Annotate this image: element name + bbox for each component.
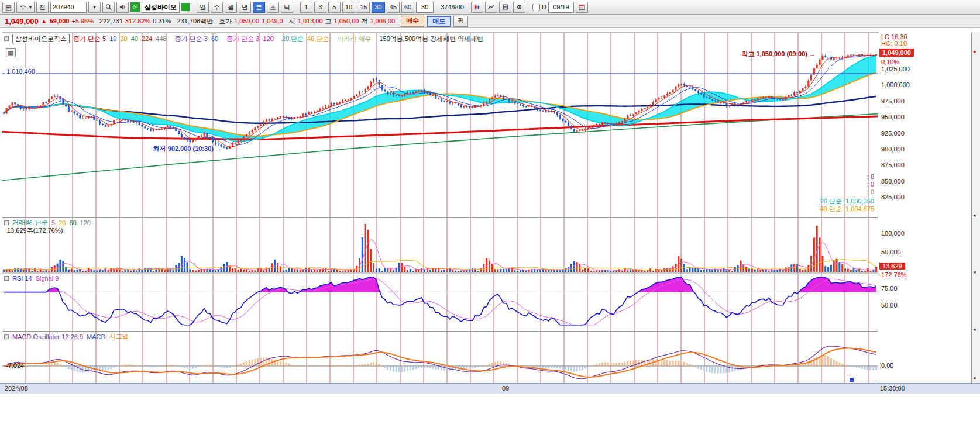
current-price-pct: 0,10% bbox=[881, 58, 899, 65]
d-checkbox[interactable] bbox=[532, 4, 540, 11]
pane-resize-icon[interactable]: ◂ bbox=[973, 269, 976, 275]
price-axis-label: 900,000 bbox=[881, 146, 905, 153]
period-second-button[interactable]: 초 bbox=[267, 2, 279, 13]
pane-handle-icon[interactable] bbox=[4, 276, 9, 281]
ask-price: 1,050,00 bbox=[234, 18, 259, 25]
period-minute-button[interactable]: 분 bbox=[253, 2, 265, 13]
chart-scrollbar[interactable]: ◂ ◂ ◂ ◂ ◂ bbox=[971, 32, 980, 383]
save-icon[interactable] bbox=[499, 2, 511, 13]
stock-name-box[interactable]: 삼성바이오 bbox=[142, 2, 180, 13]
macd-axis-label: 0.00 bbox=[881, 362, 893, 369]
minute-60-button[interactable]: 60 bbox=[401, 2, 414, 13]
rsi-chart[interactable] bbox=[2, 274, 878, 331]
rsi-axis-label: 75.00 bbox=[881, 285, 898, 292]
prev-stock-button[interactable]: 전 bbox=[36, 2, 49, 13]
bottom-spacer bbox=[0, 394, 980, 421]
legend-item: 5 bbox=[51, 219, 55, 226]
pane-resize-icon[interactable]: ◂ bbox=[973, 212, 976, 218]
price-chart[interactable] bbox=[2, 33, 878, 217]
candle-style-icon[interactable] bbox=[471, 2, 483, 13]
volume-axis-label: 100,000 bbox=[881, 230, 905, 237]
legend-item: 종가 단순 5 bbox=[73, 34, 106, 43]
search-icon[interactable] bbox=[102, 2, 115, 13]
indicator-zero-label: : 0 bbox=[867, 188, 874, 195]
open-label: 시 bbox=[289, 17, 295, 26]
right-arrow-icon: → bbox=[215, 145, 222, 152]
volume-current-pct: 172.76% bbox=[881, 271, 906, 278]
buy-button[interactable]: 매수 bbox=[401, 16, 424, 27]
prev-close-label: 1,018,468 bbox=[5, 68, 36, 75]
pane-resize-icon[interactable]: ◂ bbox=[973, 375, 976, 381]
trade-value: 231,708백만 bbox=[177, 17, 213, 26]
pane-handle-icon[interactable] bbox=[4, 36, 9, 41]
calendar-icon[interactable] bbox=[576, 2, 588, 13]
speaker-icon[interactable] bbox=[116, 2, 129, 13]
price-pane-legend: 삼성바이오로직스 종가 단순 5 10 20 40 224 448 종가 단순 … bbox=[4, 34, 483, 43]
avg-button[interactable]: 평 bbox=[453, 16, 468, 27]
minute-5-button[interactable]: 5 bbox=[328, 2, 341, 13]
legend-item: 150억봉,500억봉 강세패턴 약세패턴 bbox=[379, 34, 483, 43]
legend-item: 단순 bbox=[35, 218, 48, 227]
bar-counter: 374/900 bbox=[441, 4, 464, 11]
price-axis-label: 950,000 bbox=[881, 113, 905, 120]
chart-area[interactable]: 삼성바이오로직스 종가 단순 5 10 20 40 224 448 종가 단순 … bbox=[2, 32, 878, 383]
quote-strip: 1,049,000 ▲ 59,000 +5.96% 222,731 312.82… bbox=[0, 15, 980, 28]
macd-min-label: -7,024 bbox=[6, 362, 24, 369]
pane-handle-icon[interactable] bbox=[4, 334, 9, 339]
legend-item: 224 bbox=[142, 35, 152, 42]
period-year-button[interactable]: 년 bbox=[239, 2, 251, 13]
high-annotation: 최고 1,050,000 (09:00) → bbox=[699, 50, 816, 58]
sell-button[interactable]: 매도 bbox=[427, 16, 451, 27]
stock-code-input[interactable] bbox=[50, 2, 87, 13]
bid-price: 1,049,0 bbox=[262, 18, 283, 25]
legend-item: 종가 단순 3 bbox=[226, 34, 259, 43]
pane-resize-icon[interactable]: ◂ bbox=[973, 326, 976, 332]
legend-item: 시그널 bbox=[109, 332, 128, 341]
price-axis-label: 875,000 bbox=[881, 161, 905, 168]
price-axis-label: 1,025,000 bbox=[881, 65, 910, 73]
minute-45-button[interactable]: 45 bbox=[387, 2, 400, 13]
volume-value: 222,731 bbox=[99, 18, 123, 25]
period-tick-button[interactable]: 틱 bbox=[281, 2, 293, 13]
minute-10-button[interactable]: 10 bbox=[342, 2, 355, 13]
macd-chart[interactable] bbox=[2, 331, 878, 384]
trendline-tool-icon[interactable] bbox=[485, 2, 497, 13]
window-icon[interactable]: ▤ bbox=[2, 2, 15, 13]
time-axis[interactable]: 2024/08 09 15:30:00 bbox=[0, 383, 980, 394]
volume-current-label: 13,629주(172.76%) bbox=[7, 226, 63, 235]
grid-tool-icon[interactable]: ▦ bbox=[6, 48, 16, 57]
current-price-badge: 1,049,000 bbox=[879, 49, 914, 57]
legend-item: 마카라 매수 bbox=[337, 34, 371, 43]
volume-chart[interactable] bbox=[2, 217, 878, 274]
time-axis-left-label: 2024/08 bbox=[5, 385, 28, 392]
chevron-down-icon: ▼ bbox=[28, 5, 33, 10]
indicator-zero-label: : 0 bbox=[867, 181, 874, 188]
minute-30-button[interactable]: 30 bbox=[372, 2, 384, 13]
period-month-button[interactable]: 월 bbox=[225, 2, 237, 13]
legend-item: RSI 14 bbox=[12, 275, 32, 282]
period-week-button[interactable]: 주 bbox=[211, 2, 223, 13]
scroll-marker-icon[interactable]: ◂ bbox=[973, 49, 976, 54]
minute-1-button[interactable]: 1 bbox=[300, 2, 312, 13]
settings-gear-icon[interactable]: ⚙ bbox=[513, 2, 525, 13]
period-type-dropdown[interactable]: 주▼ bbox=[16, 2, 35, 13]
hoga-label: 호가 bbox=[219, 17, 232, 26]
volume-pane-legend: 거래량 단순 5 20 60 120 bbox=[4, 218, 91, 227]
pane-handle-icon[interactable] bbox=[4, 220, 9, 225]
high-price: 1,050,00 bbox=[334, 18, 359, 25]
minute-3-button[interactable]: 3 bbox=[314, 2, 326, 13]
indicator-zero-label: : 0 bbox=[867, 173, 874, 180]
legend-item: MACD Oscillator 12,26,9 bbox=[12, 333, 83, 340]
period-day-button[interactable]: 일 bbox=[197, 2, 209, 13]
minute-15-button[interactable]: 15 bbox=[357, 2, 370, 13]
legend-item: 60 bbox=[69, 219, 76, 226]
legend-item: 60 bbox=[211, 35, 218, 42]
code-dropdown-button[interactable]: ▼ bbox=[88, 2, 101, 13]
date-input[interactable] bbox=[548, 2, 574, 13]
legend-item: 20,단순 bbox=[282, 34, 304, 43]
interval-input[interactable] bbox=[416, 2, 434, 13]
legend-item: Signal 9 bbox=[36, 275, 59, 282]
stock-flag-icon bbox=[181, 3, 190, 11]
trading-chart-window: ▤ 주▼ 전 ▼ 신 삼성바이오 일 주 월 년 분 초 틱 1 3 5 10 … bbox=[0, 0, 980, 421]
up-arrow-icon: ▲ bbox=[41, 18, 47, 25]
